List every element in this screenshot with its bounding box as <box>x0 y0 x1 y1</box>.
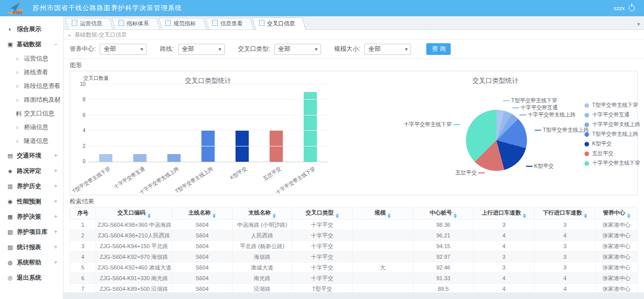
sidebar-item-logout[interactable]: ◎退出系统 <box>0 270 63 285</box>
sort-icon[interactable] <box>213 214 216 218</box>
sidebar-item-overview[interactable]: ◐综合展示 <box>0 21 63 37</box>
cell-type: 十字平交 <box>292 241 352 252</box>
column-header-up-lanes[interactable]: 上行进口车道数 <box>473 207 534 220</box>
cell-seq: 3 <box>70 241 96 252</box>
sidebar-item-label: 退出系统 <box>17 274 41 281</box>
expand-plus-icon[interactable]: + <box>54 79 57 93</box>
filter-label: 交叉口类型: <box>238 45 270 53</box>
filter-group-route: 路线:全部▾ <box>160 44 224 55</box>
expand-plus-icon[interactable]: + <box>54 148 57 163</box>
expand-plus-icon[interactable]: + <box>54 255 57 270</box>
logout-power-icon[interactable] <box>629 5 635 11</box>
sidebar-item-pavement-structure[interactable]: ○路面结构及材料+ <box>0 93 63 107</box>
x-axis-label: 十字平交带互通 <box>112 165 146 191</box>
cell-center: 张家港中心 <box>596 241 638 252</box>
sort-icon[interactable] <box>454 214 457 218</box>
column-header-stake[interactable]: 中心桩号 <box>413 207 473 220</box>
expand-plus-icon[interactable]: + <box>54 224 57 240</box>
select-intersection-type[interactable]: 全部▾ <box>274 44 321 55</box>
cell-stake: 98.36 <box>413 220 473 230</box>
expand-plus-icon[interactable]: + <box>54 240 57 255</box>
cell-mainline: S604 <box>172 241 232 252</box>
legend-item[interactable]: 十字平交带支线上跨 <box>584 121 640 128</box>
sort-icon[interactable] <box>336 214 339 218</box>
sidebar-item-section-info[interactable]: ○路段信息查看+ <box>0 79 63 93</box>
chevron-down-icon[interactable]: ▾ <box>637 21 640 27</box>
column-header-mainline[interactable]: 主线名称 <box>172 207 232 220</box>
sidebar-item-performance-predict[interactable]: ◉性能预测+ <box>0 194 63 209</box>
cell-center: 张家港中心 <box>596 252 638 262</box>
x-axis-label: T型平交带主线上跨 <box>174 165 215 195</box>
sidebar-item-bridge-info[interactable]: ○桥涵信息 <box>0 121 63 134</box>
sidebar-item-maintenance-decision[interactable]: ▦养护决策+ <box>0 209 63 224</box>
expand-plus-icon[interactable]: + <box>54 178 57 194</box>
legend-label: T型平交带主线下穿 <box>592 102 638 109</box>
cell-center: 张家港中心 <box>596 284 638 293</box>
sort-icon[interactable] <box>584 214 587 218</box>
cell-down-lanes: 3 <box>535 262 596 273</box>
legend-item[interactable]: 五岔平交 <box>584 150 640 157</box>
tab-运营信息[interactable]: 运营信息 <box>67 18 111 29</box>
tab-信息查看[interactable]: 信息查看 <box>207 18 252 29</box>
cell-up-lanes: 3 <box>473 252 534 262</box>
sidebar-item-operation-info[interactable]: ○运营信息 <box>0 52 63 66</box>
pie-label: T型平交带主线下穿 <box>503 97 557 104</box>
expand-plus-icon[interactable]: + <box>54 209 57 224</box>
sidebar-item-label: 隧道信息 <box>24 137 48 144</box>
pie-label-leader-line <box>478 172 485 173</box>
column-header-down-lanes[interactable]: 下行进口车道数 <box>535 207 596 220</box>
sidebar-item-intersection-info[interactable]: ○交叉口信息 <box>0 107 63 121</box>
sidebar-item-tunnel-info[interactable]: ○隧道信息 <box>0 134 63 148</box>
sidebar-item-base-data[interactable]: ▣基础数据− <box>0 37 63 52</box>
cell-branch: 人民西路 <box>232 230 292 241</box>
cell-branch: 平北路 (杨新公路) <box>232 241 292 252</box>
pie-legend: T型平交带主线下穿十字平交带互通十字平交带支线上跨T型平交带主线上跨K型平交五岔… <box>584 102 640 167</box>
sidebar-item-system-help[interactable]: ◍系统帮助+ <box>0 255 63 270</box>
column-header-branch[interactable]: 支线名称 <box>232 207 292 220</box>
chevron-down-icon: ▾ <box>315 46 317 52</box>
legend-item[interactable]: K型平交 <box>584 140 640 147</box>
legend-item[interactable]: 十字平交带主线下穿 <box>584 160 640 167</box>
select-management-center[interactable]: 全部▾ <box>100 44 147 55</box>
sidebar-item-label: 养护项目库 <box>17 228 47 235</box>
column-header-type[interactable]: 交叉口类型 <box>292 207 352 220</box>
collapse-minus-icon[interactable]: − <box>54 37 57 52</box>
sort-icon[interactable] <box>523 214 526 218</box>
sidebar-item-maintenance-projects[interactable]: ▧养护项目库+ <box>0 224 63 240</box>
legend-item[interactable]: T型平交带主线下穿 <box>584 102 640 109</box>
app-title: 苏州市国省干线公路路面养护科学决策管理系统 <box>33 4 182 13</box>
sidebar-item-traffic-env[interactable]: ▤交通环境+ <box>0 148 63 163</box>
bar-slot <box>259 84 294 162</box>
select-scale[interactable]: 全部▾ <box>364 44 411 55</box>
legend-dot <box>584 152 589 156</box>
legend-item[interactable]: T型平交带主线上跨 <box>584 131 640 138</box>
legend-item[interactable]: 十字平交带互通 <box>584 111 640 118</box>
sidebar-item-route-view[interactable]: ○路线查看 <box>0 66 63 79</box>
sort-down-arrow <box>148 216 151 218</box>
sidebar-item-condition-eval[interactable]: ◈路况评定+ <box>0 163 63 178</box>
expand-plus-icon[interactable]: + <box>54 93 57 107</box>
pie-label-text: T型平交带主线上跨 <box>543 127 589 134</box>
breadcrumb-text: 基础数据-交叉口信息 <box>75 32 127 38</box>
filter-label: 路线: <box>160 45 173 53</box>
tab-指标体系[interactable]: 指标体系 <box>113 18 158 29</box>
expand-plus-icon[interactable]: + <box>54 194 57 209</box>
sidebar-item-maintenance-history[interactable]: ▥养护历史+ <box>0 178 63 194</box>
column-header-center[interactable]: 管养中心 <box>596 207 638 220</box>
cell-up-lanes: 4 <box>473 273 534 284</box>
column-header-code[interactable]: 交叉口编码 <box>96 207 172 220</box>
sort-icon[interactable] <box>273 214 276 218</box>
column-header-scale[interactable]: 规模 <box>352 207 413 220</box>
cell-seq: 1 <box>70 220 96 230</box>
sort-icon[interactable] <box>388 214 391 218</box>
sidebar-item-statistics-report[interactable]: ▨统计报表+ <box>0 240 63 255</box>
expand-plus-icon[interactable]: + <box>54 163 57 178</box>
cell-branch: 海坝路 <box>232 252 292 262</box>
sort-icon[interactable] <box>148 214 151 218</box>
tab-交叉口信息[interactable]: 交叉口信息 <box>254 17 304 30</box>
tab-规范指标[interactable]: 规范指标 <box>160 18 205 29</box>
legend-label: K型平交 <box>592 140 612 147</box>
search-button[interactable]: 查 询 <box>426 43 451 55</box>
select-route[interactable]: 全部▾ <box>178 44 225 55</box>
sort-icon[interactable] <box>627 214 630 218</box>
